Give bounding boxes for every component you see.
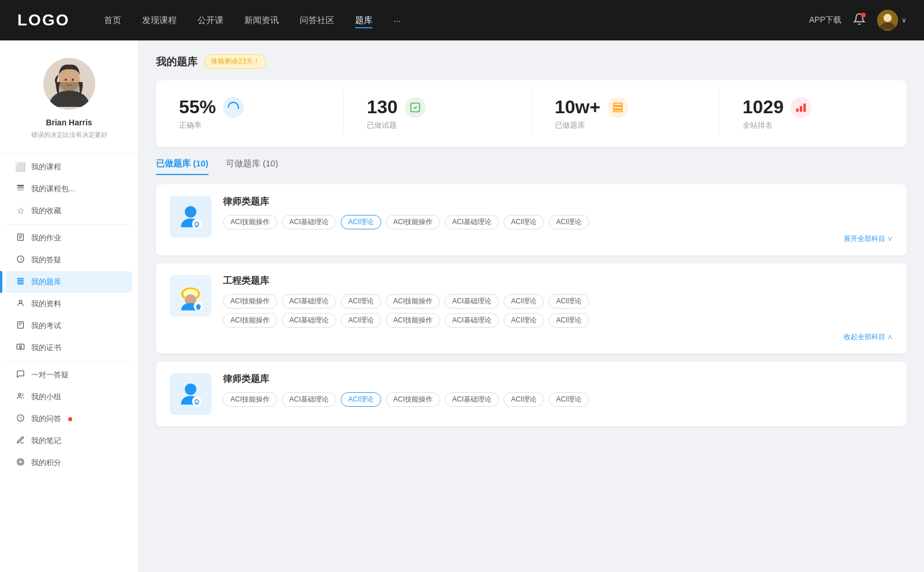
tag-0[interactable]: ACI技能操作 (223, 215, 277, 229)
tab-todo-qbank[interactable]: 可做题库 (10) (226, 158, 278, 175)
svg-rect-37 (613, 106, 622, 109)
stat-done-questions: 130 已做试题 (344, 92, 531, 135)
done-qbanks-icon (608, 97, 628, 118)
eng-tag-0[interactable]: ACI技能操作 (223, 294, 277, 309)
eng-tag2-5[interactable]: ACI理论 (504, 313, 544, 328)
profile-icon (15, 299, 25, 309)
avatar (877, 10, 898, 31)
law2-tag-3[interactable]: ACI技能操作 (386, 392, 440, 407)
law2-tag-0[interactable]: ACI技能操作 (223, 392, 277, 407)
exam-icon (15, 321, 25, 331)
svg-point-31 (17, 459, 23, 465)
lawyer-tags-1: ACI技能操作 ACI基础理论 ACI理论 ACI技能操作 ACI基础理论 AC… (223, 215, 893, 229)
svg-point-20 (19, 300, 22, 303)
lawyer-qbank-title-1: 律师类题库 (223, 196, 893, 208)
sidebar-divider-top (0, 153, 138, 154)
sidebar-item-my-courses[interactable]: ⬜ 我的课程 (6, 156, 132, 178)
sidebar-item-group[interactable]: 我的小组 (6, 386, 132, 408)
eng-tag2-1[interactable]: ACI基础理论 (282, 313, 336, 328)
app-download-button[interactable]: APP下载 (809, 15, 841, 25)
qbank-icon (15, 277, 25, 287)
sidebar-item-qa-me[interactable]: ? 我的答疑 (6, 249, 132, 271)
tabs-row: 已做题库 (10) 可做题库 (10) (156, 158, 907, 175)
nav-news[interactable]: 新闻资讯 (244, 13, 279, 28)
sidebar-item-my-qa[interactable]: ? 我的问答 (6, 408, 132, 430)
law2-tag-5[interactable]: ACI理论 (504, 392, 544, 407)
law2-tag-4[interactable]: ACI基础理论 (445, 392, 499, 407)
star-icon: ☆ (15, 206, 25, 216)
sidebar-item-profile[interactable]: 我的资料 (6, 293, 132, 315)
eng-tag-4[interactable]: ACI基础理论 (445, 294, 499, 309)
nav-home[interactable]: 首页 (104, 13, 121, 28)
sidebar-item-qbank[interactable]: 我的题库 (6, 271, 132, 293)
tag-5[interactable]: ACI理论 (504, 215, 544, 229)
lawyer-qbank-title-2: 律师类题库 (223, 373, 893, 385)
eng-tag-6[interactable]: ACI理论 (549, 294, 589, 309)
sidebar-item-certificate[interactable]: 我的证书 (6, 337, 132, 359)
engineer-tags-row1: ACI技能操作 ACI基础理论 ACI理论 ACI技能操作 ACI基础理论 AC… (223, 294, 893, 309)
stat-accuracy: 55% 正确率 (156, 92, 344, 135)
eng-tag2-0[interactable]: ACI技能操作 (223, 313, 277, 328)
done-questions-icon (405, 97, 426, 118)
homework-icon (15, 233, 25, 243)
sidebar-item-one-on-one[interactable]: 一对一答疑 (6, 364, 132, 386)
sidebar-item-homework[interactable]: 我的作业 (6, 227, 132, 249)
eng-tag2-3[interactable]: ACI技能操作 (386, 313, 440, 328)
tag-3[interactable]: ACI技能操作 (386, 215, 440, 229)
nav-qbank[interactable]: 题库 (355, 13, 372, 28)
tag-1[interactable]: ACI基础理论 (282, 215, 336, 229)
done-questions-value: 130 (367, 96, 397, 118)
svg-rect-18 (17, 281, 23, 283)
svg-rect-7 (17, 185, 23, 187)
svg-rect-16 (17, 278, 23, 279)
eng-tag2-6[interactable]: ACI理论 (549, 313, 589, 328)
law2-tag-1[interactable]: ACI基础理论 (282, 392, 336, 407)
sidebar-item-exam[interactable]: 我的考试 (6, 315, 132, 337)
svg-rect-39 (796, 108, 799, 112)
sidebar-item-favorites[interactable]: ☆ 我的收藏 (6, 200, 132, 222)
notification-bell[interactable] (853, 13, 866, 28)
eng-tag-3[interactable]: ACI技能操作 (386, 294, 440, 309)
nav-opencourse[interactable]: 公开课 (198, 13, 223, 28)
stat-ranking: 1029 全站排名 (720, 92, 907, 135)
expand-link-1[interactable]: 展开全部科目 ∨ (223, 234, 893, 244)
tag-6[interactable]: ACI理论 (549, 215, 589, 229)
accuracy-value: 55% (179, 96, 216, 118)
group-icon (15, 392, 25, 402)
sidebar-item-course-package[interactable]: 我的课程包... (6, 178, 132, 200)
sidebar-menu: ⬜ 我的课程 我的课程包... ☆ 我的收藏 我的作业 (0, 156, 138, 474)
eng-tag2-2[interactable]: ACI理论 (341, 313, 381, 328)
ranking-value: 1029 (743, 96, 784, 118)
sidebar-item-points[interactable]: 我的积分 (6, 452, 132, 474)
nav-more[interactable]: ··· (393, 13, 401, 28)
tab-done-qbank[interactable]: 已做题库 (10) (156, 158, 208, 175)
nav-menu: 首页 发现课程 公开课 新闻资讯 问答社区 题库 ··· (104, 13, 809, 28)
qbank-engineer-icon (170, 275, 211, 317)
nav-courses[interactable]: 发现课程 (142, 13, 177, 28)
law2-tag-2[interactable]: ACI理论 (341, 392, 381, 407)
sidebar-item-notes[interactable]: 我的笔记 (6, 430, 132, 452)
eng-tag-1[interactable]: ACI基础理论 (282, 294, 336, 309)
eng-tag2-4[interactable]: ACI基础理论 (445, 313, 499, 328)
ranking-icon (791, 97, 811, 118)
accuracy-icon (223, 97, 244, 118)
nav-qa[interactable]: 问答社区 (300, 13, 334, 28)
collapse-link[interactable]: 收起全部科目 ∧ (223, 332, 893, 342)
svg-point-51 (185, 384, 196, 395)
tag-2[interactable]: ACI理论 (341, 215, 381, 229)
qbank-lawyer-icon-2: ✓ (170, 373, 211, 415)
trial-badge: 体验剩余23天！ (204, 54, 266, 69)
law2-tag-6[interactable]: ACI理论 (549, 392, 589, 407)
navbar-right: APP下载 ∨ (809, 10, 907, 31)
svg-text:✓: ✓ (195, 400, 199, 404)
svg-point-32 (18, 460, 22, 463)
eng-tag-2[interactable]: ACI理论 (341, 294, 381, 309)
tag-4[interactable]: ACI基础理论 (445, 215, 499, 229)
navbar: LOGO 首页 发现课程 公开课 新闻资讯 问答社区 题库 ··· APP下载 (0, 0, 924, 40)
svg-rect-8 (17, 187, 23, 189)
eng-tag-5[interactable]: ACI理论 (504, 294, 544, 309)
svg-rect-17 (17, 280, 23, 281)
page-wrapper: Brian Harris 错误的决定比没有决定要好 ⬜ 我的课程 我的课程包..… (0, 40, 924, 572)
user-avatar-menu[interactable]: ∨ (877, 10, 907, 31)
sidebar-motto: 错误的决定比没有决定要好 (22, 131, 117, 139)
